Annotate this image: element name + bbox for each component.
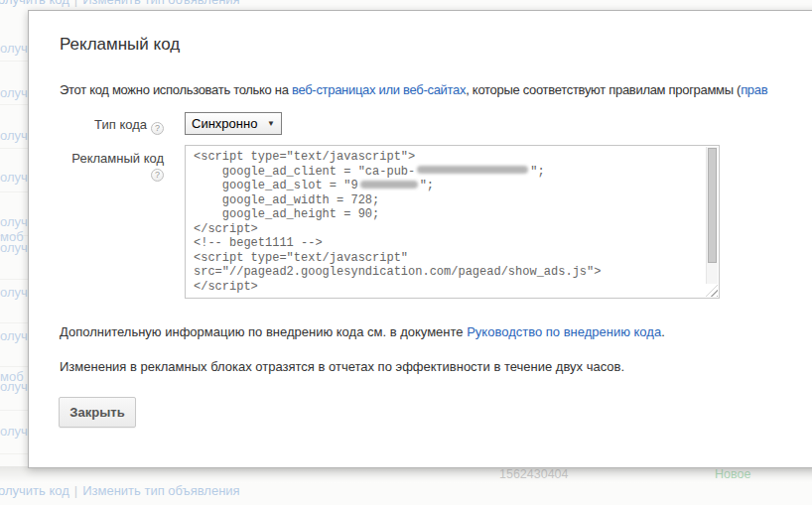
page-root: получить код|Изменить тип объявления олу… — [0, 0, 812, 505]
dialog-title: Рекламный код — [60, 35, 180, 55]
close-button[interactable]: Закрыть — [59, 397, 136, 428]
ad-code-textarea[interactable]: <script type="text/javascript"> google_a… — [185, 145, 720, 299]
code-text: </script> — [194, 280, 258, 294]
ad-code-dialog: Рекламный код Этот код можно использоват… — [28, 10, 812, 468]
code-line: google_ad_width = 728; — [194, 193, 701, 208]
code-text: google_ad_height = 90; — [194, 207, 379, 221]
code-line: google_ad_height = 90; — [194, 207, 701, 222]
ad-code-content: <script type="text/javascript"> google_a… — [194, 150, 701, 295]
implementation-info-text: Дополнительную информацию по внедрению к… — [60, 324, 665, 339]
code-line: </script> — [194, 280, 701, 295]
code-text: "; — [530, 165, 544, 179]
implementation-guide-link[interactable]: Руководство по внедрению кода — [467, 324, 661, 339]
intro-text: Этот код можно использовать только на ве… — [60, 82, 767, 97]
redacted-text — [360, 181, 418, 189]
help-icon[interactable]: ? — [151, 169, 164, 182]
code-type-label: Тип кода? — [29, 117, 164, 135]
code-text: <!-- beget1111 --> — [194, 236, 323, 250]
code-text: </script> — [194, 222, 258, 236]
code-text: "; — [420, 179, 434, 192]
code-text: <script type="text/javascript" — [194, 251, 408, 265]
redacted-text — [417, 166, 528, 174]
ad-code-label: Рекламный код — [29, 151, 164, 166]
code-line: <script type="text/javascript"> — [194, 150, 701, 165]
code-line: src="//pagead2.googlesyndication.com/pag… — [194, 265, 701, 280]
code-text: <script type="text/javascript"> — [194, 150, 415, 164]
help-icon[interactable]: ? — [151, 122, 164, 135]
web-pages-link[interactable]: веб-страницах или веб-сайтах — [292, 82, 466, 97]
code-text: google_ad_width = 728; — [194, 193, 379, 207]
code-line: <!-- beget1111 --> — [194, 236, 701, 251]
code-type-select[interactable]: Синхронно ▼ — [185, 112, 282, 135]
code-text: google_ad_slot = "9 — [194, 179, 358, 192]
scrollbar-thumb[interactable] — [708, 148, 717, 263]
code-type-selected-value: Синхронно — [192, 116, 257, 131]
code-text: google_ad_client = "ca-pub- — [194, 165, 415, 179]
code-text: src="//pagead2.googlesyndication.com/pag… — [194, 265, 601, 279]
resize-handle-icon[interactable] — [706, 285, 718, 297]
info-text-before: Дополнительную информацию по внедрению к… — [60, 324, 467, 339]
changes-note-text: Изменения в рекламных блоках отразятся в… — [60, 359, 624, 374]
code-line: google_ad_client = "ca-pub-"; — [194, 165, 701, 180]
info-text-after: . — [661, 324, 665, 339]
code-line: <script type="text/javascript" — [194, 251, 701, 266]
code-line: </script> — [194, 222, 701, 237]
code-line: google_ad_slot = "9"; — [194, 179, 701, 193]
intro-text-before: Этот код можно использовать только на — [60, 82, 292, 97]
chevron-down-icon: ▼ — [267, 119, 275, 128]
scrollbar-track[interactable] — [706, 147, 718, 284]
intro-text-middle: , которые соответствуют правилам програм… — [466, 82, 741, 97]
program-rules-link[interactable]: прав — [741, 82, 767, 97]
